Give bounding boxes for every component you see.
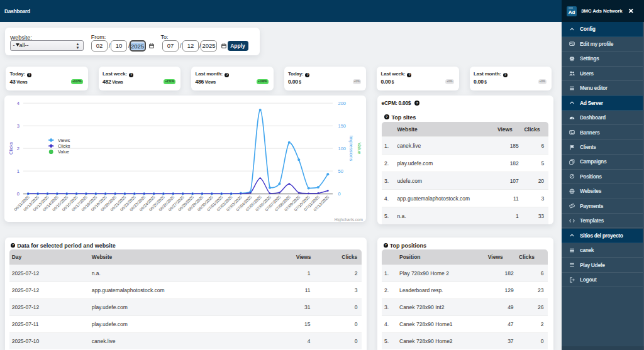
svg-text:Clicks: Clicks	[58, 143, 70, 149]
svg-text:2: 2	[17, 146, 19, 151]
svg-text:3: 3	[17, 123, 19, 129]
svg-text:4: 4	[17, 101, 19, 106]
svg-text:Impressions: Impressions	[348, 136, 354, 161]
svg-text:1: 1	[17, 168, 19, 174]
svg-text:Views: Views	[58, 138, 70, 143]
svg-text:50: 50	[338, 168, 343, 174]
svg-text:0: 0	[17, 191, 19, 197]
svg-text:Value: Value	[357, 143, 362, 155]
svg-text:Value: Value	[58, 149, 69, 155]
svg-text:150: 150	[338, 123, 347, 129]
svg-text:100: 100	[338, 146, 347, 151]
svg-text:200: 200	[338, 101, 347, 106]
svg-text:Highcharts.com: Highcharts.com	[335, 217, 363, 222]
svg-text:Clicks: Clicks	[8, 142, 14, 155]
svg-text:0: 0	[338, 191, 341, 197]
